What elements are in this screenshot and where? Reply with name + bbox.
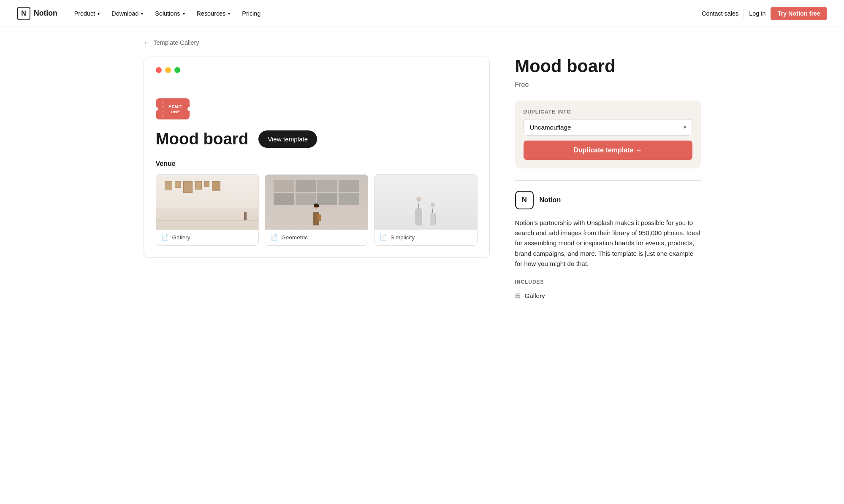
breadcrumb-label: Template Gallery	[154, 39, 199, 46]
nav-product[interactable]: Product ▾	[69, 8, 105, 19]
geometric-label: 📄 Geometric	[265, 230, 368, 245]
nav-links: Product ▾ Download ▾ Solutions ▾ Resourc…	[69, 8, 266, 19]
includes-item-gallery: ⊞ Gallery	[515, 290, 701, 301]
logo-text: Notion	[34, 9, 57, 18]
page-container: ← Template Gallery ADMITONE Mood board V…	[127, 27, 718, 327]
nav-pricing[interactable]: Pricing	[237, 8, 266, 19]
nav-solutions[interactable]: Solutions ▾	[150, 8, 190, 19]
panel-divider	[515, 180, 701, 181]
preview-card: ADMITONE Mood board View template Venue	[144, 57, 490, 258]
nav-left: N Notion Product ▾ Download ▾ Solutions …	[17, 7, 266, 20]
content-grid: ADMITONE Mood board View template Venue	[144, 57, 701, 301]
simplicity-image	[375, 175, 477, 230]
window-dot-red	[156, 67, 162, 73]
image-card-gallery: 📄 Gallery	[156, 174, 259, 246]
duplicate-template-button[interactable]: Duplicate template →	[524, 141, 692, 160]
template-icon: ADMITONE	[156, 98, 478, 119]
gallery-label: 📄 Gallery	[156, 230, 259, 245]
simplicity-label: 📄 Simplicity	[375, 230, 477, 245]
template-description: Notion's partnership with Unsplash makes…	[515, 218, 701, 269]
template-header: Mood board View template	[156, 130, 478, 148]
template-name: Mood board	[515, 57, 701, 76]
back-arrow-icon: ←	[144, 39, 150, 46]
nav-right: Contact sales Log in Try Notion free	[702, 7, 827, 20]
ticket-icon: ADMITONE	[156, 98, 190, 119]
image-card-simplicity: 📄 Simplicity	[374, 174, 478, 246]
template-title-preview: Mood board	[156, 130, 249, 148]
gallery-image	[156, 175, 259, 230]
workspace-select-wrapper: Uncamouflage Personal Work ▾	[524, 119, 692, 135]
doc-icon: 📄	[161, 234, 169, 241]
doc-icon: 📄	[270, 234, 278, 241]
nav-resources[interactable]: Resources ▾	[192, 8, 236, 19]
window-dots	[156, 67, 478, 73]
template-price: Free	[515, 81, 701, 89]
chevron-down-icon: ▾	[141, 11, 143, 16]
doc-icon: 📄	[380, 234, 387, 241]
notion-logo[interactable]: N Notion	[17, 7, 57, 20]
breadcrumb[interactable]: ← Template Gallery	[144, 27, 701, 57]
duplicate-label: DUPLICATE INTO	[524, 109, 692, 115]
view-template-button[interactable]: View template	[258, 130, 317, 148]
geometric-image	[265, 175, 368, 230]
image-card-geometric: 📄 Geometric	[265, 174, 368, 246]
window-dot-yellow	[165, 67, 171, 73]
image-grid: 📄 Gallery	[156, 174, 478, 246]
chevron-down-icon: ▾	[183, 11, 185, 16]
log-in-button[interactable]: Log in	[749, 10, 765, 17]
gallery-icon: ⊞	[515, 292, 521, 300]
right-panel: Mood board Free DUPLICATE INTO Uncamoufl…	[515, 57, 701, 301]
window-dot-green	[174, 67, 180, 73]
creator-name: Notion	[540, 196, 561, 204]
duplicate-section: DUPLICATE INTO Uncamouflage Personal Wor…	[515, 100, 701, 168]
navbar: N Notion Product ▾ Download ▾ Solutions …	[0, 0, 844, 27]
workspace-select[interactable]: Uncamouflage Personal Work	[524, 119, 692, 135]
includes-label: INCLUDES	[515, 279, 701, 285]
creator-icon: N	[515, 191, 534, 209]
chevron-down-icon: ▾	[98, 11, 100, 16]
contact-sales-button[interactable]: Contact sales	[702, 10, 738, 17]
nav-divider	[744, 9, 744, 18]
section-label: Venue	[156, 160, 478, 168]
chevron-down-icon: ▾	[228, 11, 230, 16]
try-notion-free-button[interactable]: Try Notion free	[771, 7, 827, 20]
nav-download[interactable]: Download ▾	[106, 8, 148, 19]
notion-logo-icon: N	[17, 7, 30, 20]
creator-row: N Notion	[515, 191, 701, 209]
